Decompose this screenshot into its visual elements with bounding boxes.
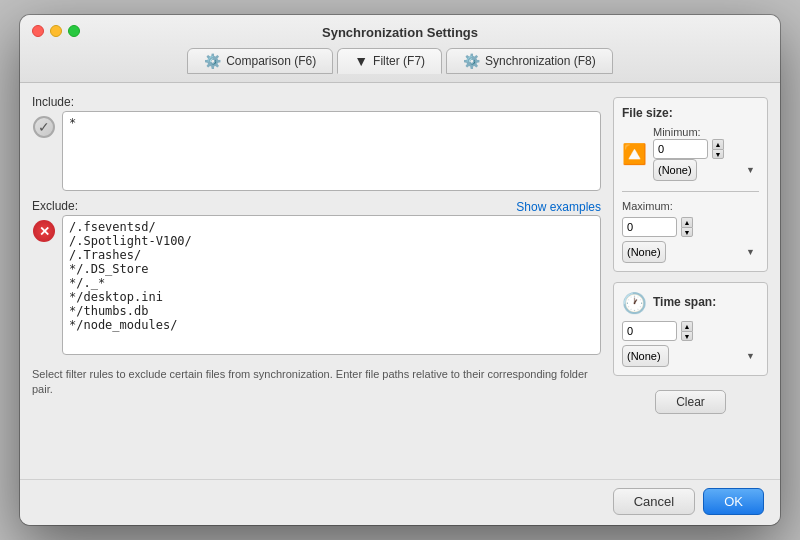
minimum-arrows: ▲ ▼	[712, 139, 724, 159]
file-size-icon-row: 🔼 Minimum: ▲ ▼	[622, 126, 759, 181]
maximum-spinner-row: ▲ ▼	[622, 217, 759, 237]
maximum-dropdown-arrow: ▼	[746, 247, 755, 257]
time-span-unit-select[interactable]: (None) Days Weeks Months	[622, 345, 669, 367]
right-panel: File size: 🔼 Minimum: ▲ ▼	[613, 95, 768, 467]
tab-filter-label: Filter (F7)	[373, 54, 425, 68]
dialog-window: Synchronization Settings ⚙️ Comparison (…	[20, 15, 780, 525]
comparison-icon: ⚙️	[204, 53, 221, 69]
maximum-select-row: (None) KB MB GB ▼	[622, 241, 759, 263]
exclude-header: Exclude: Show examples	[32, 199, 601, 215]
x-circle: ✕	[33, 220, 55, 242]
maximum-arrows: ▲ ▼	[681, 217, 693, 237]
tab-comparison-label: Comparison (F6)	[226, 54, 316, 68]
file-size-section: File size: 🔼 Minimum: ▲ ▼	[613, 97, 768, 272]
clock-icon: 🕐	[622, 291, 647, 315]
time-span-select-row: (None) Days Weeks Months ▼	[622, 345, 759, 367]
tab-sync-label: Synchronization (F8)	[485, 54, 596, 68]
time-span-up-arrow[interactable]: ▲	[681, 321, 693, 331]
time-span-section: 🕐 Time span: ▲ ▼ (None) Days W	[613, 282, 768, 376]
time-span-dropdown-wrapper: (None) Days Weeks Months ▼	[622, 345, 759, 367]
tab-bar: ⚙️ Comparison (F6) ▼ Filter (F7) ⚙️ Sync…	[187, 48, 613, 74]
minimum-dropdown-wrapper: (None) KB MB GB ▼	[653, 159, 759, 181]
check-circle: ✓	[33, 116, 55, 138]
exclude-x-icon: ✕	[32, 219, 56, 243]
exclude-row: ✕ /.fseventsd/ /.Spotlight-V100/ /.Trash…	[32, 215, 601, 355]
minimum-select-row: (None) KB MB GB ▼	[653, 159, 759, 181]
close-button[interactable]	[32, 25, 44, 37]
show-examples-link[interactable]: Show examples	[516, 200, 601, 214]
time-span-title: Time span:	[653, 295, 716, 309]
include-textarea[interactable]: *	[62, 111, 601, 191]
minimum-group: Minimum: ▲ ▼ (None)	[653, 126, 759, 181]
sync-icon: ⚙️	[463, 53, 480, 69]
maximize-button[interactable]	[68, 25, 80, 37]
size-icon: 🔼	[622, 142, 647, 166]
include-row: ✓ *	[32, 111, 601, 191]
maximum-dropdown-wrapper: (None) KB MB GB ▼	[622, 241, 759, 263]
minimize-button[interactable]	[50, 25, 62, 37]
main-content: Include: ✓ * Exclude: Show examples ✕	[20, 83, 780, 479]
minimum-down-arrow[interactable]: ▼	[712, 149, 724, 159]
minimum-label: Minimum:	[653, 126, 759, 138]
left-panel: Include: ✓ * Exclude: Show examples ✕	[32, 95, 601, 467]
include-label: Include:	[32, 95, 601, 109]
file-size-title: File size:	[622, 106, 759, 120]
include-check-icon: ✓	[32, 115, 56, 139]
ok-button[interactable]: OK	[703, 488, 764, 515]
maximum-unit-select[interactable]: (None) KB MB GB	[622, 241, 666, 263]
clear-button[interactable]: Clear	[655, 390, 726, 414]
exclude-section: Exclude: Show examples ✕ /.fseventsd/ /.…	[32, 199, 601, 355]
tab-filter[interactable]: ▼ Filter (F7)	[337, 48, 442, 74]
time-span-spinner-row: ▲ ▼	[622, 321, 759, 341]
minimum-up-arrow[interactable]: ▲	[712, 139, 724, 149]
maximum-up-arrow[interactable]: ▲	[681, 217, 693, 227]
minimum-dropdown-arrow: ▼	[746, 165, 755, 175]
maximum-input[interactable]	[622, 217, 677, 237]
footer: Cancel OK	[20, 479, 780, 525]
cancel-button[interactable]: Cancel	[613, 488, 695, 515]
maximum-label: Maximum:	[622, 200, 759, 212]
maximum-down-arrow[interactable]: ▼	[681, 227, 693, 237]
hint-text: Select filter rules to exclude certain f…	[32, 367, 601, 398]
minimum-spinner-row: ▲ ▼	[653, 139, 759, 159]
time-span-icon-row: 🕐 Time span:	[622, 291, 759, 315]
filter-icon: ▼	[354, 53, 368, 69]
time-span-down-arrow[interactable]: ▼	[681, 331, 693, 341]
window-title: Synchronization Settings	[322, 25, 478, 40]
minimum-input[interactable]	[653, 139, 708, 159]
tab-synchronization[interactable]: ⚙️ Synchronization (F8)	[446, 48, 613, 74]
exclude-textarea[interactable]: /.fseventsd/ /.Spotlight-V100/ /.Trashes…	[62, 215, 601, 355]
title-bar: Synchronization Settings ⚙️ Comparison (…	[20, 15, 780, 83]
divider-1	[622, 191, 759, 192]
time-span-dropdown-arrow: ▼	[746, 351, 755, 361]
window-controls	[32, 25, 80, 37]
tab-comparison[interactable]: ⚙️ Comparison (F6)	[187, 48, 333, 74]
include-section: Include: ✓ *	[32, 95, 601, 191]
exclude-label: Exclude:	[32, 199, 78, 213]
time-span-arrows: ▲ ▼	[681, 321, 693, 341]
time-span-input[interactable]	[622, 321, 677, 341]
minimum-unit-select[interactable]: (None) KB MB GB	[653, 159, 697, 181]
